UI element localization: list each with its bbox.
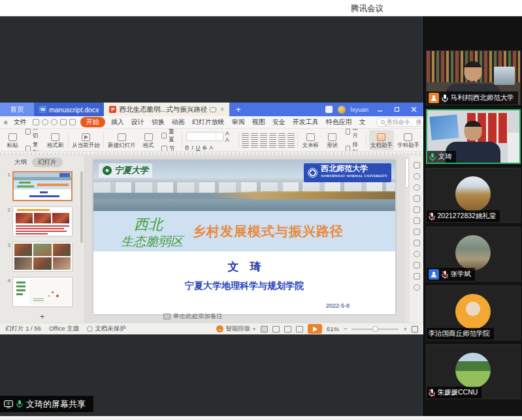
participant-tile[interactable]: 张学斌 [426,227,521,282]
align-left-icon[interactable] [242,141,249,148]
italic-button[interactable]: I [191,144,193,151]
tab-presentation[interactable]: P 西北生态脆弱...式与振兴路径 × [104,103,229,116]
align-objects-icon[interactable] [287,141,295,148]
normal-view-icon[interactable] [261,326,268,332]
participant-tile[interactable]: 李治国商丘师范学院 [426,285,521,340]
menu-security[interactable]: 安全 [271,117,287,127]
undo-icon[interactable] [42,119,48,125]
tab-close-icon[interactable]: × [220,106,224,113]
menu-transition[interactable]: 切换 [150,117,166,127]
menu-special-apps[interactable]: 特色应用 [325,117,353,127]
menu-doc-extra[interactable]: 文 [358,117,367,127]
panel-scrollbar[interactable] [80,171,83,243]
menu-devtools[interactable]: 开发工具 [291,117,320,127]
menu-design[interactable]: 设计 [130,117,146,127]
indent-icon[interactable] [260,133,267,140]
image-panel-icon[interactable] [414,240,420,246]
font-name-select[interactable] [186,132,223,141]
fit-slide-icon[interactable] [412,326,418,332]
tab-slides[interactable]: 幻灯片 [32,157,63,167]
number-list-icon[interactable] [251,133,258,140]
print-icon[interactable] [60,119,67,125]
slideshow-play-button[interactable] [308,324,322,334]
subject-assistant-button[interactable]: 学科助手 [396,130,421,150]
text-direction-icon[interactable] [278,141,285,148]
zoom-percent[interactable]: 61% [327,325,339,332]
menu-insert[interactable]: 插入 [110,117,125,127]
menu-start[interactable]: 开始 [80,117,105,127]
slide-thumbnail-3[interactable]: 3 [4,242,76,272]
doc-assistant-button[interactable]: 文档助手 [369,130,394,150]
new-tab-button[interactable]: + [229,103,248,116]
participant-tile-active[interactable]: 文琦 [426,109,521,164]
menu-review[interactable]: 审阅 [231,117,246,127]
close-button[interactable] [408,105,419,114]
cloud-panel-icon[interactable] [414,173,420,180]
hamburger-icon[interactable]: ≡ [4,119,8,126]
comment-bubble-icon[interactable] [210,107,216,112]
zoom-slider[interactable] [351,329,399,330]
protect-status[interactable]: 文档未保护 [87,325,126,333]
slide-format-button[interactable]: 格式 [139,130,158,150]
reset-button[interactable]: 重置 [160,129,179,144]
theme-name[interactable]: Office 主题 [49,325,79,333]
star-panel-icon[interactable] [414,184,420,191]
zoom-out-button[interactable]: − [344,325,348,332]
menu-view[interactable]: 视图 [251,117,267,127]
reading-view-icon[interactable] [284,326,291,332]
comment-panel-icon[interactable] [414,262,420,268]
align-center-icon[interactable] [251,141,258,148]
app-mini-icon[interactable] [325,106,333,113]
preview-icon[interactable] [69,119,76,125]
font-color-button[interactable]: A [209,144,213,151]
paste-button[interactable]: 粘贴 [3,130,22,150]
slide-1[interactable]: 宁夏大学 西北师范大学NORTHWEST NORMAL UNIVERSITY 西… [93,160,395,314]
zoom-slider-knob[interactable] [372,326,378,332]
tab-document[interactable]: W manuscript.docx [34,103,104,116]
animation-panel-icon[interactable] [414,229,420,235]
chart-panel-icon[interactable] [414,218,420,224]
slide-thumbnail-2[interactable]: 2 [4,206,76,236]
columns-icon[interactable] [287,133,295,140]
picture-button[interactable]: 图片 [344,129,363,140]
properties-icon[interactable] [414,162,420,169]
menu-animation[interactable]: 动画 [171,117,186,127]
justify-icon[interactable] [269,141,276,148]
menu-slideshow[interactable]: 幻灯片放映 [191,117,226,127]
play-from-current-button[interactable]: 从当前开始 [71,130,101,150]
copy-button[interactable]: 复制 [24,141,43,152]
textbox-button[interactable]: 文本框 [301,130,321,150]
redo-icon[interactable] [51,119,57,125]
section-button[interactable]: 节 [160,145,179,152]
smart-layout-button[interactable]: 智能排版 + [216,325,256,333]
font-size-buttons[interactable]: A A [225,130,235,143]
layout-panel-icon[interactable] [414,206,420,213]
notes-hint[interactable]: 单击此处添加备注 [163,312,223,321]
bullet-list-icon[interactable] [242,133,249,140]
menu-file[interactable]: 文件 [12,117,28,127]
align-right-icon[interactable] [260,141,267,148]
tab-home[interactable]: 首页 [0,103,34,116]
participant-tile[interactable]: 朱媛媛CCNU [426,344,521,399]
strikethrough-button[interactable]: S [203,144,206,151]
save-icon[interactable] [33,119,39,125]
fill-panel-icon[interactable] [414,195,420,202]
arrange-button[interactable]: 排列 [344,141,363,152]
shapes-button[interactable]: 形状 [323,130,342,150]
minimize-button[interactable] [374,105,385,114]
participant-tile[interactable]: 马利邦|西北师范大学 [426,50,521,105]
slide-thumbnail-1[interactable]: 1 [4,171,76,201]
format-painter-button[interactable]: 格式刷 [45,130,65,150]
zoom-in-button[interactable]: + [403,325,407,332]
new-slide-button[interactable]: 新建幻灯片 [106,130,137,150]
tab-outline[interactable]: 大纲 [14,158,27,167]
vertical-scrollbar[interactable] [404,155,410,323]
user-avatar[interactable] [338,106,346,114]
add-slide-button[interactable]: + [0,312,84,323]
slide-thumbnail-4[interactable]: 4 [4,277,76,307]
participant-tile[interactable]: 2021272832姚礼堂 [426,168,521,223]
export-panel-icon[interactable] [414,251,420,257]
maximize-button[interactable] [391,105,402,114]
help-panel-icon[interactable] [414,284,420,291]
cut-button[interactable]: 剪切 [24,129,43,140]
